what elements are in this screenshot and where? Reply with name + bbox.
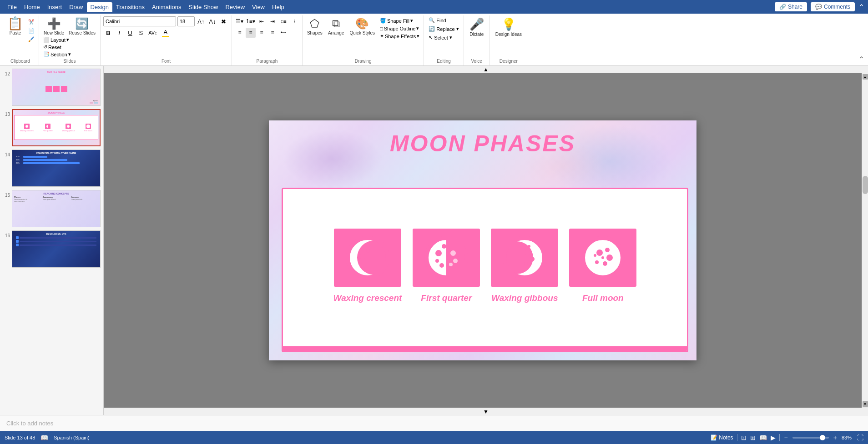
canvas-area[interactable]: MOON PHASES	[104, 73, 862, 408]
menu-item-file[interactable]: File	[4, 2, 20, 12]
scroll-down-button[interactable]: ▼	[104, 408, 868, 415]
drawing-label: Drawing	[305, 59, 421, 65]
replace-button[interactable]: 🔄 Replace ▾	[427, 25, 460, 33]
reset-button[interactable]: ↺ Reset	[42, 44, 97, 50]
paragraph-group: ☰▾ 1≡▾ ⇤ ⇥ ↕≡ ⫶ ≡ ≡ ≡ ≡ ⭤ Paragraph	[232, 15, 303, 65]
menu-item-view[interactable]: View	[248, 2, 268, 12]
dictate-button[interactable]: 🎤 Dictate	[467, 16, 487, 38]
decrease-indent-button[interactable]: ⇤	[257, 16, 267, 26]
menu-item-home[interactable]: Home	[20, 2, 44, 12]
menu-item-draw[interactable]: Draw	[66, 2, 86, 12]
moon-phases-row: Waxing crescent	[283, 189, 687, 346]
font-color-button[interactable]: A	[160, 28, 172, 38]
shape-effects-button[interactable]: ✦ Shape Effects ▾	[378, 33, 421, 40]
menu-item-animations[interactable]: Animations	[148, 2, 185, 12]
svg-point-6	[359, 261, 362, 264]
pink-bottom-bar	[283, 346, 687, 351]
reading-view-button[interactable]: 📖	[759, 434, 767, 441]
align-left-button[interactable]: ≡	[235, 28, 245, 38]
menu-item-design[interactable]: Design	[87, 2, 112, 12]
slide-image-13[interactable]: MOON PHASES Waxing crescent First quarte…	[12, 109, 101, 146]
bold-button[interactable]: B	[103, 28, 113, 38]
fit-slide-button[interactable]: ⛶	[857, 434, 863, 441]
notes-button[interactable]: 📝Notes	[711, 434, 733, 441]
spell-check-icon[interactable]: 📖	[40, 434, 48, 441]
scroll-up-button[interactable]: ▲	[104, 66, 868, 73]
align-right-button[interactable]: ≡	[257, 28, 267, 38]
svg-point-5	[366, 249, 370, 253]
text-direction-button[interactable]: ⭤	[278, 28, 288, 38]
slide-image-12[interactable]: THIS IS A SHAPE Jupiter	[12, 69, 101, 106]
ribbon-collapse-button[interactable]: ⌃	[858, 55, 864, 64]
decrease-font-button[interactable]: A↓	[207, 16, 217, 26]
menu-item-transitions[interactable]: Transitions	[112, 2, 148, 12]
svg-point-30	[603, 261, 607, 266]
slide-thumb-16[interactable]: 16 RESOURCES: LTD	[2, 229, 101, 269]
columns-button[interactable]: ⫶	[289, 16, 299, 26]
svg-point-14	[450, 250, 456, 256]
zoom-plus-button[interactable]: +	[833, 434, 838, 441]
zoom-thumb[interactable]	[820, 435, 825, 440]
find-button[interactable]: 🔍 Find	[427, 16, 460, 24]
svg-rect-9	[446, 239, 464, 276]
shape-outline-button[interactable]: □ Shape Outline ▾	[378, 25, 421, 32]
design-ideas-button[interactable]: 💡 Design Ideas	[493, 16, 525, 38]
menu-item-review[interactable]: Review	[222, 2, 248, 12]
slide-thumb-15[interactable]: 15 REACHING CONCEPTS Phases Lorem ipsum …	[2, 189, 101, 228]
slide-thumb-13[interactable]: 13 MOON PHASES Waxing crescent First qua…	[2, 108, 101, 147]
justify-button[interactable]: ≡	[267, 28, 278, 38]
underline-button[interactable]: U	[125, 28, 135, 38]
right-scrollbar[interactable]: ▲ ▼	[862, 73, 868, 408]
slide-thumb-14[interactable]: 14 COMPATIBILITY WITH OTHER SHINE 30% 65…	[2, 149, 101, 188]
zoom-slider[interactable]	[792, 437, 829, 439]
shapes-button[interactable]: ⬠ Shapes	[305, 16, 324, 36]
menu-item-help[interactable]: Help	[268, 2, 288, 12]
clear-format-button[interactable]: ✖	[219, 16, 229, 26]
line-spacing-button[interactable]: ↕≡	[278, 16, 288, 26]
italic-button[interactable]: I	[114, 28, 124, 38]
increase-font-button[interactable]: A↑	[196, 16, 206, 26]
slide-image-16[interactable]: RESOURCES: LTD	[12, 230, 101, 268]
new-slide-button[interactable]: ➕ New Slide	[42, 16, 66, 36]
svg-point-23	[524, 262, 528, 265]
zoom-minus-button[interactable]: −	[783, 434, 789, 441]
share-button[interactable]: 🔗Share	[775, 2, 807, 11]
normal-view-button[interactable]: ⊡	[741, 434, 747, 441]
paste-button[interactable]: 📋 Paste	[5, 16, 26, 36]
numbering-button[interactable]: 1≡▾	[246, 16, 256, 26]
svg-point-31	[595, 260, 599, 264]
menu-item-insert[interactable]: Insert	[44, 2, 66, 12]
layout-button[interactable]: ⬜ Layout ▾	[42, 36, 97, 43]
slide-sorter-button[interactable]: ⊞	[750, 434, 756, 441]
slide-image-15[interactable]: REACHING CONCEPTS Phases Lorem ipsum dol…	[12, 190, 101, 227]
language-info: Spanish (Spain)	[54, 435, 89, 440]
slideshow-button[interactable]: ▶	[771, 434, 776, 441]
copy-button[interactable]: 📄	[27, 27, 36, 35]
svg-point-15	[453, 259, 458, 263]
bullets-button[interactable]: ☰▾	[235, 16, 245, 26]
font-size-input[interactable]: 18	[177, 16, 195, 26]
designer-group: 💡 Design Ideas Designer	[490, 15, 527, 65]
menu-item-slideshow[interactable]: Slide Show	[185, 2, 222, 12]
strikethrough-button[interactable]: S	[136, 28, 146, 38]
section-button[interactable]: 📑 Section ▾	[42, 51, 97, 58]
status-right: 📝Notes ⊡ ⊞ 📖 ▶ − + 83% ⛶	[711, 434, 863, 441]
quick-styles-button[interactable]: 🎨 Quick Styles	[348, 16, 377, 36]
arrange-button[interactable]: ⧉ Arrange	[326, 16, 346, 36]
char-spacing-button[interactable]: AV↕	[147, 28, 159, 38]
font-name-input[interactable]: Calibri	[103, 16, 176, 26]
align-center-button[interactable]: ≡	[246, 28, 256, 38]
comments-button[interactable]: 💬Comments	[811, 2, 855, 11]
notes-area[interactable]: Click to add notes	[0, 415, 868, 431]
shape-fill-button[interactable]: 🪣 Shape Fill ▾	[378, 17, 421, 24]
select-button[interactable]: ↖ Select ▾	[427, 34, 460, 41]
scroll-down-arrow[interactable]: ▼	[863, 401, 868, 407]
slide-thumb-12[interactable]: 12 THIS IS A SHAPE Jupiter	[2, 68, 101, 107]
slide-image-14[interactable]: COMPATIBILITY WITH OTHER SHINE 30% 65% 8…	[12, 150, 101, 187]
increase-indent-button[interactable]: ⇥	[267, 16, 278, 26]
format-painter-button[interactable]: 🖌️	[27, 35, 36, 43]
reuse-slides-button[interactable]: 🔄 Reuse Slides	[67, 16, 97, 36]
scroll-up-arrow[interactable]: ▲	[863, 74, 868, 80]
cut-button[interactable]: ✂️	[27, 18, 36, 26]
scroll-thumb[interactable]	[863, 176, 868, 194]
